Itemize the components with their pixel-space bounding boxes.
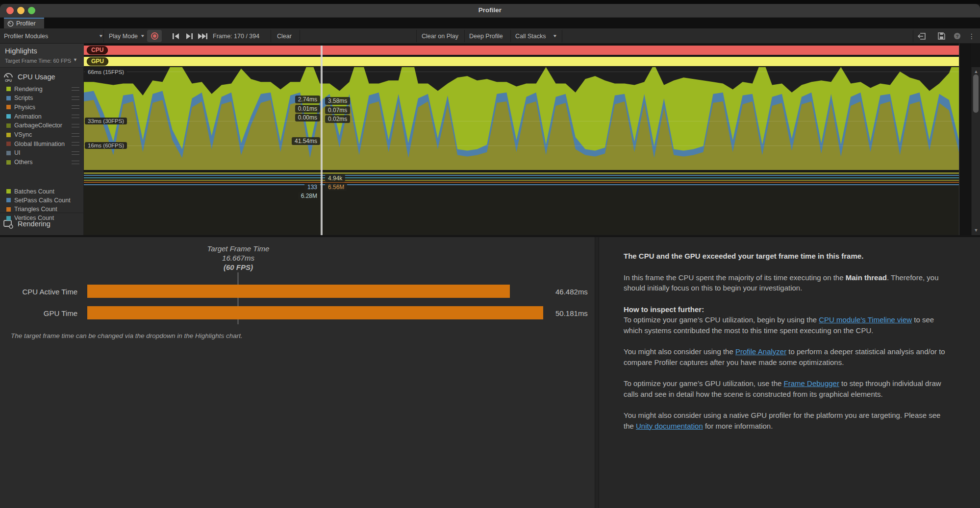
selected-frame-line[interactable]	[321, 46, 323, 235]
rendering-chart-series-line	[84, 172, 959, 174]
target-frame-time-note: The target frame time can be changed via…	[11, 332, 243, 339]
render-legend-item-setpass-calls-count[interactable]: SetPass Calls Count	[0, 195, 84, 205]
profiler-modules-dropdown[interactable]: Profiler Modules	[4, 28, 48, 44]
chevron-down-icon: ▼	[99, 34, 103, 38]
selected-frame-value: 4.94k	[325, 174, 345, 182]
highlights-chart[interactable]: CPUGPU	[84, 44, 971, 67]
cpu-active-time-row: CPU Active Time46.482ms	[0, 285, 595, 298]
load-profile-button[interactable]	[915, 30, 929, 42]
profiler-window: Profiler Profiler Profiler Modules ▼ Pla…	[0, 0, 980, 508]
render-legend-item-batches-count[interactable]: Batches Count	[0, 187, 84, 196]
cpu-legend-item-ui[interactable]: UI	[0, 148, 84, 158]
cpu-usage-icon: CPU	[3, 72, 14, 82]
selected-frame-value: 0.00ms	[295, 114, 320, 121]
profiler-gauge-icon	[7, 21, 14, 27]
deep-profile-label: Deep Profile	[469, 33, 503, 40]
render-legend-item-triangles-count[interactable]: Triangles Count	[0, 205, 84, 214]
selected-frame-value: 0.02ms	[325, 115, 350, 123]
module-sidebar: Highlights Target Frame Time: 60 FPS ▼ C…	[0, 44, 84, 236]
toolbar: Profiler Modules ▼ Play Mode ▼	[0, 28, 980, 44]
cpu-highlight-bar[interactable]: CPU	[84, 46, 968, 55]
record-button[interactable]	[147, 30, 162, 42]
drag-handle-icon[interactable]	[72, 115, 79, 118]
target-frame-time-dropdown[interactable]: Target Frame Time: 60 FPS	[5, 58, 71, 64]
legend-label: Rendering	[14, 86, 43, 93]
next-frame-button[interactable]	[183, 30, 196, 42]
advice-paragraph: How to inspect further:	[624, 304, 951, 315]
chart-scrollbar[interactable]: ▲ ▼	[971, 67, 980, 235]
advice-link[interactable]: Unity documentation	[636, 422, 703, 430]
selected-frame-value: 41.54ms	[292, 137, 320, 145]
scroll-up-icon[interactable]: ▲	[972, 69, 980, 74]
vertical-splitter[interactable]	[595, 237, 599, 508]
cpu-legend-item-global-illumination[interactable]: Global Illumination	[0, 139, 84, 148]
advice-link[interactable]: CPU module’s Timeline view	[819, 315, 912, 324]
highlights-module-header[interactable]: Highlights Target Frame Time: 60 FPS ▼	[0, 44, 84, 68]
highlights-details-pane: Target Frame Time 16.667ms (60 FPS) CPU …	[0, 237, 595, 508]
play-mode-label: Play Mode	[109, 33, 138, 40]
cpu-legend-item-rendering[interactable]: Rendering	[0, 84, 84, 94]
drag-handle-icon[interactable]	[72, 124, 79, 127]
rendering-chart-series-line	[84, 182, 959, 183]
window-title: Profiler	[0, 6, 980, 14]
legend-label: Batches Count	[14, 188, 54, 195]
drag-handle-icon[interactable]	[72, 87, 79, 91]
chevron-down-icon: ▼	[73, 57, 77, 62]
more-menu-button[interactable]: ⋮	[965, 30, 979, 42]
advice-paragraph: To optimize your game’s CPU utilization,…	[624, 314, 951, 336]
cpu-legend-item-physics[interactable]: Physics	[0, 102, 84, 112]
background-window-strip	[0, 0, 980, 4]
chevron-down-icon: ▼	[140, 34, 145, 38]
cpu-legend-item-scripts[interactable]: Scripts	[0, 94, 84, 103]
legend-label: Others	[14, 159, 33, 166]
prev-frame-icon	[173, 33, 179, 39]
cpu-legend-item-garbagecollector[interactable]: GarbageCollector	[0, 121, 84, 130]
first-frame-button[interactable]	[169, 30, 182, 42]
help-button[interactable]: ?	[950, 30, 964, 42]
target-frame-time-line1: Target Frame Time	[165, 244, 312, 253]
selected-frame-value: 133	[304, 183, 320, 191]
advice-link[interactable]: Frame Debugger	[784, 379, 839, 387]
cpu-chart-axis-label: 66ms (15FPS)	[85, 69, 127, 75]
svg-text:?: ?	[955, 34, 958, 39]
advice-paragraph: To optimize your game’s GPU utilization,…	[624, 378, 951, 399]
gpu-highlight-bar[interactable]: GPU	[84, 57, 959, 66]
save-icon	[938, 32, 945, 40]
cpu-usage-chart[interactable]: 66ms (15FPS)33ms (30FPS)16ms (60FPS) 2.7…	[84, 67, 959, 170]
scrollbar-thumb[interactable]	[973, 74, 979, 113]
clear-on-play-label: Clear on Play	[422, 33, 458, 40]
render-legend-item-vertices-count[interactable]: Vertices Count	[0, 214, 84, 223]
legend-label: Animation	[14, 113, 42, 120]
current-frame-button[interactable]	[196, 30, 209, 42]
cpu-legend-item-vsync[interactable]: VSync	[0, 130, 84, 140]
drag-handle-icon[interactable]	[72, 105, 79, 109]
legend-label: Vertices Count	[14, 215, 54, 221]
clear-button[interactable]: Clear	[277, 28, 292, 44]
advice-text: You might also consider using the	[624, 347, 735, 356]
frame-advice-pane: The CPU and the GPU exceeded your target…	[599, 237, 980, 508]
selected-frame-value: 0.01ms	[295, 105, 320, 113]
clear-on-play-toggle[interactable]: Clear on Play	[422, 28, 458, 44]
rendering-chart[interactable]: 1336.28M4.94k6.56M	[84, 171, 959, 235]
advice-link[interactable]: Profile Analyzer	[735, 347, 786, 356]
detail-bar-value: 50.181ms	[555, 309, 588, 317]
drag-handle-icon[interactable]	[72, 161, 79, 164]
play-mode-dropdown[interactable]: Play Mode ▼	[109, 28, 145, 44]
save-profile-button[interactable]	[934, 30, 948, 42]
cpu-legend-item-others[interactable]: Others	[0, 158, 84, 167]
gpu-time-row: GPU Time50.181ms	[0, 306, 595, 320]
gpu-pill-label: GPU	[87, 57, 108, 66]
highlights-title: Highlights	[5, 47, 37, 55]
drag-handle-icon[interactable]	[72, 142, 79, 145]
deep-profile-toggle[interactable]: Deep Profile	[469, 28, 503, 44]
scroll-down-icon[interactable]: ▼	[972, 228, 980, 233]
call-stacks-dropdown[interactable]: Call Stacks ▼	[515, 28, 556, 44]
tab-profiler[interactable]: Profiler	[4, 18, 44, 28]
drag-handle-icon[interactable]	[72, 133, 79, 137]
drag-handle-icon[interactable]	[72, 97, 79, 100]
cpu-legend-item-animation[interactable]: Animation	[0, 112, 84, 121]
cpu-usage-module-header[interactable]: CPU CPU Usage	[3, 72, 55, 82]
advice-paragraph: You might also consider using a native G…	[624, 410, 951, 431]
advice-text: In this frame the CPU spent the majority…	[624, 273, 846, 282]
drag-handle-icon[interactable]	[72, 151, 79, 155]
